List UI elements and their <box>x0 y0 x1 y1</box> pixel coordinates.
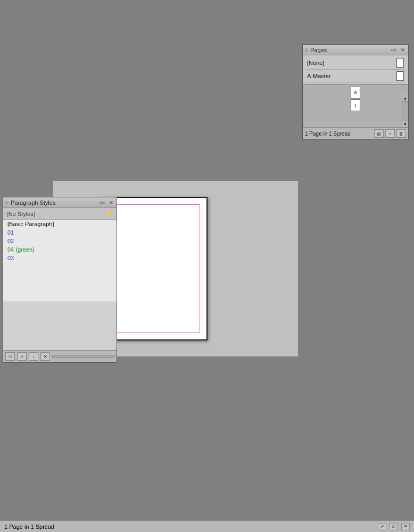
master-a-label: A-Master <box>307 73 331 79</box>
master-a-item[interactable]: A-Master <box>306 70 405 83</box>
document-page <box>101 197 208 340</box>
style-basic-paragraph[interactable]: [Basic Paragraph] <box>3 220 117 228</box>
master-a-thumbnail[interactable]: A <box>351 87 360 98</box>
status-btn-1[interactable]: ⤢ <box>378 523 386 530</box>
delete-style-button[interactable]: ✕ <box>40 352 50 361</box>
lightning-icon: ⚡ <box>105 210 113 218</box>
delete-page-button[interactable]: 🗑 <box>396 129 406 138</box>
pages-masters-list: [None] A-Master <box>303 55 408 85</box>
master-none-thumb <box>396 58 404 68</box>
panel-resize-handle[interactable] <box>52 355 114 358</box>
para-panel-empty-area <box>3 302 117 350</box>
app-status-bar: 1 Page in 1 Spread ⤢ □ ✕ <box>0 520 414 532</box>
new-master-button[interactable]: ▤ <box>374 129 384 138</box>
duplicate-style-button[interactable]: ↓ <box>29 352 38 361</box>
page-1-thumbnail[interactable]: 1 <box>351 99 360 111</box>
page-1-thumb-row: 1 <box>305 99 406 111</box>
style-04-green[interactable]: 04 (green) <box>3 245 117 254</box>
pages-footer-buttons: ▤ + 🗑 <box>374 129 406 138</box>
status-btn-3[interactable]: ✕ <box>401 523 410 530</box>
pages-status-text: 1 Page in 1 Spread <box>305 131 351 137</box>
style-02[interactable]: 02 <box>3 237 117 245</box>
style-01[interactable]: 01 <box>3 228 117 237</box>
status-bar-right: ⤢ □ ✕ <box>378 523 410 530</box>
new-style-button[interactable]: + <box>17 352 27 361</box>
para-subtitle-text: (No Styles) <box>6 211 35 217</box>
master-a-thumb-letter: A <box>354 90 358 95</box>
master-a-thumb <box>396 71 404 81</box>
master-thumb-row: A <box>305 87 406 98</box>
pages-scroll-down[interactable]: ▼ <box>402 121 408 127</box>
para-panel-header: ◇ Paragraph Styles << ✕ <box>3 197 117 208</box>
pages-panel-label: Pages <box>310 47 327 53</box>
para-panel-close[interactable]: ✕ <box>108 200 114 205</box>
new-group-button[interactable]: □ <box>5 352 15 361</box>
page-1-num: 1 <box>354 103 357 108</box>
pages-thumbnails-area: A 1 ▲ ▼ <box>303 85 408 127</box>
pages-panel-collapse[interactable]: << <box>390 47 398 53</box>
para-diamond-icon: ◇ <box>5 200 9 205</box>
page-margin-box <box>109 204 200 333</box>
para-panel-title: Paragraph Styles <box>11 200 55 206</box>
status-btn-2[interactable]: □ <box>390 523 398 530</box>
pages-panel-footer: 1 Page in 1 Spread ▤ + 🗑 <box>303 127 408 139</box>
pages-panel-close[interactable]: ✕ <box>400 47 406 53</box>
diamond-icon: ◇ <box>305 47 308 52</box>
para-panel-title-group: ◇ Paragraph Styles <box>5 200 55 206</box>
new-page-button[interactable]: + <box>385 129 395 138</box>
master-none-label: [None] <box>307 60 324 66</box>
style-03[interactable]: 03 <box>3 254 117 262</box>
pages-scroll-up[interactable]: ▲ <box>402 95 408 102</box>
master-none-item[interactable]: [None] <box>306 56 405 70</box>
pages-panel-title: ◇ Pages <box>305 47 327 53</box>
para-panel-controls: << ✕ <box>98 200 114 205</box>
para-panel-collapse[interactable]: << <box>98 200 106 205</box>
paragraph-styles-panel: ◇ Paragraph Styles << ✕ (No Styles) ⚡ [B… <box>3 197 117 363</box>
status-bar-text: 1 Page in 1 Spread <box>4 523 54 530</box>
para-panel-footer: □ + ↓ ✕ <box>3 350 117 362</box>
pages-panel: ◇ Pages << ✕ [None] A-Master A 1 <box>302 44 409 140</box>
para-panel-subtitle: (No Styles) ⚡ <box>3 208 117 220</box>
pages-scrollbar[interactable]: ▲ ▼ <box>402 95 408 127</box>
pages-panel-header: ◇ Pages << ✕ <box>303 45 408 55</box>
para-styles-list: [Basic Paragraph] 01 02 04 (green) 03 <box>3 220 117 302</box>
panel-header-controls: << ✕ <box>390 47 406 53</box>
